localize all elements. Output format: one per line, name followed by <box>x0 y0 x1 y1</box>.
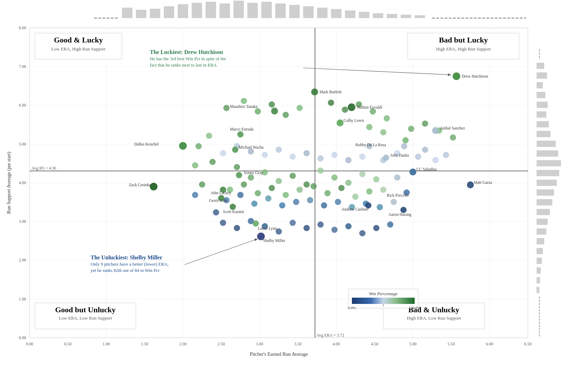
svg-rect-13 <box>289 5 300 18</box>
svg-rect-37 <box>537 180 557 186</box>
main-chart: 8.00 7.00 6.00 5.00 4.00 3.00 2.00 1.00 … <box>0 0 577 392</box>
svg-rect-4 <box>164 6 174 18</box>
svg-rect-32 <box>537 131 551 137</box>
point-drew-hutchison <box>453 72 460 80</box>
svg-rect-38 <box>537 189 554 196</box>
annotation-luckiest-body1: He has the 3rd best Win Pct in spite of … <box>150 56 226 61</box>
svg-rect-29 <box>537 102 548 108</box>
svg-rect-36 <box>537 170 559 176</box>
point-john-danks <box>383 155 389 161</box>
svg-rect-39 <box>537 199 552 205</box>
svg-point-142 <box>199 181 205 188</box>
svg-point-113 <box>380 187 386 193</box>
svg-point-169 <box>387 221 393 228</box>
svg-point-174 <box>415 154 421 160</box>
svg-rect-44 <box>537 248 543 254</box>
svg-rect-15 <box>317 8 328 18</box>
label-andrew-cashner: Andrew Cashner <box>341 207 369 211</box>
svg-text:6.00: 6.00 <box>486 342 493 346</box>
quadrant-topright-sub: High ERA, High Run Support <box>436 46 491 52</box>
svg-rect-21 <box>401 15 411 18</box>
svg-point-120 <box>307 197 313 203</box>
annotation-unluckiest-body2: yet he ranks 82th out of 84 in Win Pct <box>91 268 160 273</box>
label-matt-garza: Matt Garza <box>474 180 492 185</box>
chart-container: 8.00 7.00 6.00 5.00 4.00 3.00 2.00 1.00 … <box>0 0 577 392</box>
svg-text:6.50: 6.50 <box>524 342 532 346</box>
svg-point-101 <box>373 176 379 182</box>
label-mark-buehrle: Mark Buehrle <box>320 90 342 94</box>
svg-rect-47 <box>537 277 540 283</box>
label-shelby-miller: Shelby Miller <box>263 238 285 243</box>
label-marco-estrada: Marco Estrada <box>230 127 253 131</box>
x-axis-label: Pitcher's Earned Run Average <box>250 352 308 357</box>
svg-point-111 <box>352 194 359 200</box>
svg-point-119 <box>293 199 299 205</box>
label-gerrit-cole: Gerrit Cole <box>209 198 227 203</box>
svg-point-168 <box>373 225 379 231</box>
svg-point-175 <box>422 147 428 153</box>
label-masahiro-tanaka: Masahiro Tanaka <box>230 104 257 109</box>
svg-point-153 <box>342 107 348 113</box>
svg-point-96 <box>303 181 310 188</box>
label-john-lackey: John Lackey <box>211 191 231 195</box>
label-sonny-gray: Sonny Gray <box>244 171 263 175</box>
svg-rect-19 <box>373 13 383 18</box>
svg-text:5.50: 5.50 <box>448 342 455 346</box>
svg-text:3.00: 3.00 <box>19 219 26 224</box>
svg-rect-45 <box>537 258 542 264</box>
svg-point-158 <box>234 225 240 231</box>
svg-point-144 <box>195 143 202 149</box>
svg-point-166 <box>345 223 352 229</box>
svg-point-177 <box>443 152 449 158</box>
svg-point-132 <box>276 147 282 153</box>
svg-text:3.50: 3.50 <box>294 342 302 346</box>
svg-point-134 <box>303 150 310 156</box>
svg-rect-17 <box>345 10 355 18</box>
svg-point-94 <box>276 178 282 184</box>
svg-text:0.00: 0.00 <box>26 342 33 346</box>
svg-rect-5 <box>178 4 188 18</box>
svg-rect-7 <box>206 2 216 18</box>
point-rubby-de-la-rosa <box>402 137 409 143</box>
label-lance-lynn: Lance Lynn <box>258 226 277 231</box>
svg-point-128 <box>220 150 226 156</box>
svg-text:0.50: 0.50 <box>64 342 72 346</box>
point-nathan-eovaldi <box>348 103 355 111</box>
point-mark-buehrle <box>311 88 318 95</box>
svg-point-143 <box>192 162 198 168</box>
label-cc-sabathia: CC Sabathia <box>416 167 437 171</box>
svg-rect-30 <box>537 111 546 118</box>
avg-rs-label: Avg RS = 4.30 <box>31 166 56 171</box>
svg-point-164 <box>317 221 324 228</box>
svg-rect-41 <box>537 219 548 225</box>
svg-point-178 <box>366 124 372 130</box>
point-colby-lewis <box>337 119 344 126</box>
svg-point-133 <box>290 154 296 160</box>
label-rubby-de-la-rosa: Rubby De La Rosa <box>355 143 386 147</box>
legend-min-label: 0.0% <box>348 306 356 310</box>
svg-text:4.50: 4.50 <box>371 342 378 346</box>
svg-rect-18 <box>359 12 369 18</box>
label-drew-hutchison: Drew Hutchison <box>462 74 488 78</box>
svg-rect-6 <box>192 3 202 18</box>
quadrant-bottomright-sub: High ERA, Low Run Support <box>407 315 461 321</box>
svg-point-165 <box>331 227 338 233</box>
label-aaron-harang: Aaron Harang <box>388 212 411 217</box>
svg-text:1.00: 1.00 <box>19 297 26 301</box>
svg-point-121 <box>321 202 327 209</box>
point-scott-kazmir <box>230 204 236 210</box>
svg-text:1.00: 1.00 <box>103 342 110 346</box>
svg-point-97 <box>317 167 324 174</box>
svg-rect-42 <box>537 228 546 235</box>
legend-max-label: 100.0% <box>409 306 421 310</box>
svg-point-106 <box>283 192 289 198</box>
svg-rect-3 <box>150 9 160 18</box>
svg-rect-27 <box>537 82 543 88</box>
svg-point-115 <box>237 192 244 198</box>
point-sonny-gray <box>236 172 242 178</box>
quadrant-topleft-title: Good & Lucky <box>54 36 103 44</box>
svg-rect-28 <box>537 92 545 98</box>
label-anibal-sanchez: Anibal Sanchez <box>440 126 465 130</box>
svg-point-141 <box>192 192 198 198</box>
svg-point-167 <box>359 230 366 236</box>
